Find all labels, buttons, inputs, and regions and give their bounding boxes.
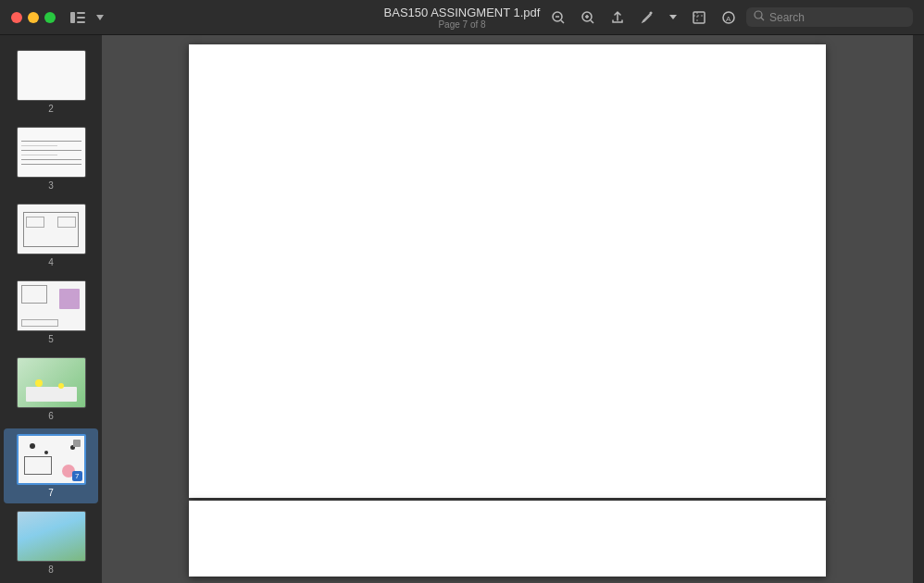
page-thumbnails-sidebar: 2 3 [0,35,102,583]
traffic-lights [11,12,56,23]
pdf-page-7 [189,44,826,498]
thumbnail-img-2 [17,50,86,101]
svg-rect-3 [77,21,85,23]
thumbnail-page-5[interactable]: 5 [4,275,98,350]
svg-point-14 [755,11,762,19]
thumbnail-page-2[interactable]: 2 [4,44,98,119]
thumbnail-label-7: 7 [48,488,54,498]
share-button[interactable] [606,7,630,28]
search-input[interactable] [769,11,905,24]
sidebar-toggle[interactable] [67,10,107,25]
annotate-button[interactable] [635,7,659,28]
close-button[interactable] [11,12,22,23]
svg-rect-2 [77,17,85,19]
toolbar-right: A [546,7,913,28]
svg-line-15 [761,18,764,20]
auto-button[interactable]: A [717,7,741,28]
thumbnail-label-6: 6 [48,411,54,421]
search-bar[interactable] [746,7,913,27]
zoom-in-button[interactable] [576,7,600,28]
thumbnail-label-8: 8 [48,564,54,575]
thumbnail-img-8 [17,511,86,562]
chevron-down-button[interactable] [93,13,107,22]
thumbnail-img-3 [17,127,86,178]
pdf-content-area[interactable] [102,35,913,583]
thumbnail-img-4 [17,204,86,254]
thumbnail-page-3[interactable]: 3 [4,121,98,196]
svg-rect-1 [77,12,85,14]
thumbnail-img-6 [17,357,86,408]
thumbnail-img-5 [17,280,86,331]
thumbnail-page-8[interactable]: 8 [4,505,98,580]
svg-line-6 [561,20,564,23]
annotate-dropdown[interactable] [665,12,681,22]
svg-rect-11 [693,12,705,23]
thumbnail-label-4: 4 [48,257,54,267]
maximize-button[interactable] [44,12,56,23]
page-indicator: Page 7 of 8 [384,19,541,30]
right-panel [913,35,924,583]
pdf-page-8 [189,501,826,577]
thumbnail-label-5: 5 [48,334,54,344]
zoom-out-button[interactable] [546,7,570,28]
thumbnail-label-2: 2 [48,104,54,114]
svg-line-10 [591,20,593,23]
document-title: BAS150 ASSINGMENT 1.pdf [384,6,541,19]
thumbnail-img-7: 7 [17,434,86,485]
thumbnail-page-6[interactable]: 6 [4,352,98,427]
svg-rect-0 [70,12,75,23]
minimize-button[interactable] [28,12,39,23]
thumbnail-page-4[interactable]: 4 [4,198,98,273]
thumbnail-label-3: 3 [48,180,54,191]
search-icon [754,10,765,24]
sidebar-toggle-button[interactable] [67,10,89,25]
thumbnail-page-7[interactable]: 7 7 [4,428,98,503]
titlebar: BAS150 ASSINGMENT 1.pdf Page 7 of 8 [0,0,924,35]
expand-button[interactable] [687,7,711,28]
main-layout: 2 3 [0,35,924,583]
document-title-area: BAS150 ASSINGMENT 1.pdf Page 7 of 8 [384,6,541,30]
svg-text:A: A [726,15,731,23]
